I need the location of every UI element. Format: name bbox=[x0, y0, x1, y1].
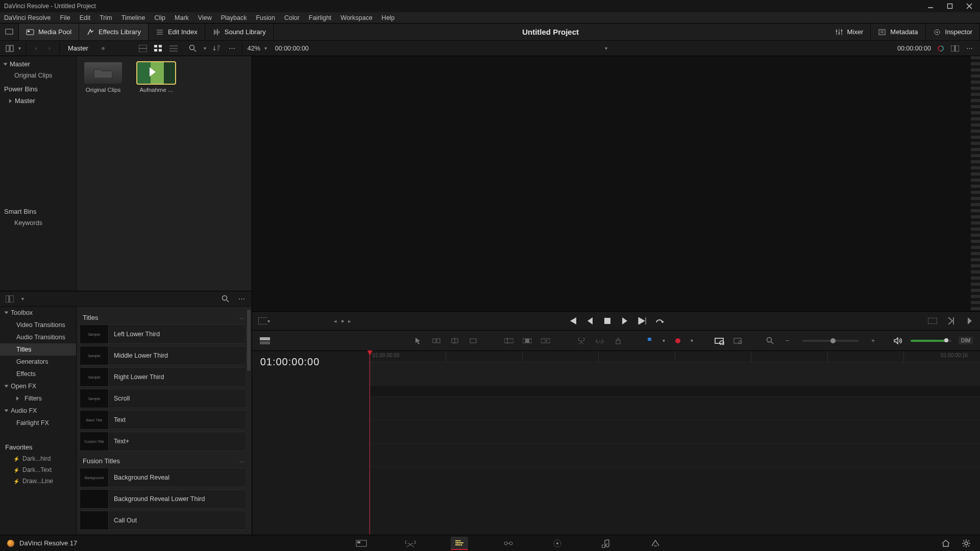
flag-dropdown[interactable]: ▾ bbox=[663, 338, 665, 343]
fx-item[interactable]: Custom TitleText+ bbox=[80, 432, 247, 451]
snapping-button[interactable] bbox=[714, 336, 725, 345]
effects-library-button[interactable]: Effects Library bbox=[79, 23, 149, 40]
nav-back-button[interactable]: ‹ bbox=[32, 44, 41, 53]
bin-dropdown-button[interactable]: ▾ bbox=[18, 45, 21, 51]
viewer-panel[interactable] bbox=[252, 56, 980, 311]
zoom-slider[interactable] bbox=[802, 340, 859, 342]
fx-search-button[interactable] bbox=[221, 294, 230, 304]
audio-track-1[interactable] bbox=[370, 397, 980, 420]
viewer-matchframe-dropdown[interactable]: ▾ bbox=[267, 318, 270, 324]
expand-viewer-button[interactable] bbox=[0, 23, 19, 40]
search-button[interactable] bbox=[188, 44, 198, 53]
bin-original-clips[interactable]: Original Clips bbox=[0, 70, 76, 81]
fx-cat-audio-transitions[interactable]: Audio Transitions bbox=[0, 331, 76, 343]
fx-cat-openfx[interactable]: Open FX bbox=[0, 380, 76, 392]
metadata-view-button[interactable] bbox=[138, 44, 148, 53]
page-cut-button[interactable] bbox=[402, 537, 419, 550]
fx-group-fusion-titles[interactable]: Fusion Titles︿ bbox=[80, 453, 247, 468]
dim-button[interactable]: DIM bbox=[959, 337, 973, 344]
power-bins-header[interactable]: Power Bins bbox=[0, 81, 76, 95]
blade-tool-button[interactable] bbox=[468, 336, 479, 345]
menu-edit[interactable]: Edit bbox=[76, 13, 95, 22]
transport-next-button[interactable] bbox=[638, 316, 647, 325]
list-view-button[interactable] bbox=[169, 44, 178, 53]
viewer-matchframe-button[interactable] bbox=[258, 316, 267, 325]
lock-button[interactable] bbox=[612, 336, 624, 345]
volume-slider[interactable] bbox=[911, 340, 951, 342]
marker-dropdown[interactable]: ▾ bbox=[691, 338, 693, 343]
sort-button[interactable] bbox=[212, 44, 222, 53]
options-button[interactable]: ⋯ bbox=[228, 44, 237, 53]
menu-workspace[interactable]: Workspace bbox=[336, 13, 376, 22]
transport-loop-button[interactable] bbox=[655, 316, 664, 325]
timeline-view-options-button[interactable] bbox=[259, 336, 271, 345]
bin-master[interactable]: Master bbox=[0, 58, 76, 70]
menu-fusion[interactable]: Fusion bbox=[252, 13, 279, 22]
insert-clip-button[interactable] bbox=[503, 336, 514, 345]
fit-percent-dropdown[interactable]: ▾ bbox=[264, 45, 267, 51]
single-viewer-button[interactable] bbox=[950, 44, 960, 53]
go-last-button[interactable] bbox=[965, 316, 974, 325]
bin-list-view-button[interactable] bbox=[5, 44, 14, 53]
fx-item[interactable]: Basic TitleText bbox=[80, 410, 247, 430]
page-deliver-button[interactable] bbox=[647, 537, 664, 550]
menu-help[interactable]: Help bbox=[378, 13, 399, 22]
fx-group-titles[interactable]: Titles︿ bbox=[80, 310, 247, 324]
smartbin-keywords[interactable]: Keywords bbox=[0, 217, 76, 229]
menu-view[interactable]: View bbox=[194, 13, 216, 22]
edit-index-button[interactable]: Edit Index bbox=[149, 23, 205, 40]
fx-cat-titles[interactable]: Titles bbox=[0, 343, 76, 356]
smart-bins-header[interactable]: Smart Bins bbox=[0, 204, 76, 217]
marker-button[interactable] bbox=[672, 336, 683, 345]
flag-button[interactable] bbox=[644, 336, 655, 345]
mute-button[interactable] bbox=[892, 336, 903, 345]
menu-davinci-resolve[interactable]: DaVinci Resolve bbox=[3, 13, 55, 22]
timeline-timecode[interactable]: 01:00:00:00 bbox=[260, 356, 320, 368]
audio-track-2[interactable] bbox=[370, 420, 980, 444]
page-edit-button[interactable] bbox=[451, 537, 468, 550]
window-minimize-button[interactable] bbox=[927, 3, 934, 10]
menu-fairlight[interactable]: Fairlight bbox=[305, 13, 335, 22]
menu-timeline[interactable]: Timeline bbox=[117, 13, 150, 22]
timeline-playhead[interactable] bbox=[370, 351, 370, 535]
fx-panel-dropdown[interactable]: ▾ bbox=[21, 296, 24, 302]
fx-fav-1[interactable]: ⚡Dark...hird bbox=[0, 453, 76, 464]
metadata-button[interactable]: Metadata bbox=[871, 23, 925, 40]
timeline-tracks[interactable]: 01:00:00:00 01:00:00:16 bbox=[370, 351, 980, 535]
window-close-button[interactable] bbox=[966, 3, 973, 10]
link-button[interactable] bbox=[594, 336, 605, 345]
page-fusion-button[interactable] bbox=[500, 537, 517, 550]
transport-prev-button[interactable] bbox=[585, 316, 595, 325]
fx-cat-video-transitions[interactable]: Video Transitions bbox=[0, 319, 76, 331]
page-media-button[interactable] bbox=[353, 537, 370, 550]
page-fairlight-button[interactable] bbox=[598, 537, 615, 550]
replace-clip-button[interactable] bbox=[540, 336, 551, 345]
zoom-search-button[interactable] bbox=[765, 336, 776, 345]
bin-path-label[interactable]: Master bbox=[68, 44, 88, 52]
menu-color[interactable]: Color bbox=[280, 13, 304, 22]
menu-clip[interactable]: Clip bbox=[151, 13, 170, 22]
fx-item[interactable]: Background Reveal Lower Third bbox=[80, 489, 247, 509]
fx-item[interactable]: SampleMiddle Lower Third bbox=[80, 346, 247, 365]
go-next-button[interactable] bbox=[946, 316, 955, 325]
media-pool-area[interactable]: Original Clips Aufnahme ... bbox=[77, 56, 252, 291]
dynamic-trim-button[interactable] bbox=[449, 336, 460, 345]
menu-playback[interactable]: Playback bbox=[217, 13, 251, 22]
viewer-options-button[interactable]: ⋯ bbox=[965, 44, 974, 53]
fx-item[interactable]: BackgroundBackground Reveal bbox=[80, 468, 247, 487]
fx-fav-3[interactable]: ⚡Draw...Line bbox=[0, 475, 76, 487]
menu-file[interactable]: File bbox=[56, 13, 74, 22]
thumbnail-view-button[interactable] bbox=[154, 44, 163, 53]
zoom-in-button[interactable]: + bbox=[869, 336, 878, 345]
menu-mark[interactable]: Mark bbox=[170, 13, 193, 22]
jog-marker[interactable]: ◂●▸ bbox=[334, 318, 352, 324]
fx-item[interactable]: SampleRight Lower Third bbox=[80, 367, 247, 387]
razor-button[interactable] bbox=[576, 336, 587, 345]
fx-fav-2[interactable]: ⚡Dark...Text bbox=[0, 464, 76, 475]
fx-options-button[interactable]: ⋯ bbox=[237, 294, 247, 304]
fx-cat-filters[interactable]: Filters bbox=[0, 392, 76, 405]
inspector-button[interactable]: Inspector bbox=[926, 23, 980, 40]
fx-item[interactable]: Call Out bbox=[80, 511, 247, 530]
nav-forward-button[interactable]: › bbox=[45, 44, 54, 53]
zoom-out-button[interactable]: − bbox=[783, 336, 792, 345]
